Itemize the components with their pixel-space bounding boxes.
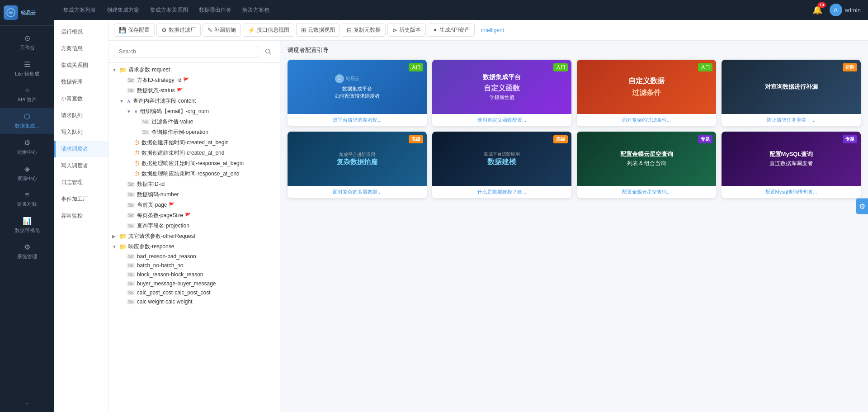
guide-card-6[interactable]: 高级 集成平台进阶应用 数据建模 什么是数据建模？建...: [432, 132, 571, 198]
sidebar-item-workbench[interactable]: ⊙ 工作台: [0, 29, 54, 56]
second-nav-data-mgmt[interactable]: 数据管理: [54, 74, 108, 90]
flag-icon: 🚩: [185, 213, 191, 218]
sidebar-item-resource[interactable]: ◈ 资源中心: [0, 160, 54, 186]
tree-node-org-num[interactable]: ▼ ∧ 组织编码【email】-org_num: [108, 106, 280, 117]
guide-card-3[interactable]: 入门 自定义数据 过滤条件 面对复杂的过滤条件...: [577, 60, 716, 126]
tree-node-projection[interactable]: Str 查询字段名-projection: [108, 221, 280, 231]
tree-node-data-number[interactable]: Str 数据编码-number: [108, 189, 280, 200]
tree-node-response-end[interactable]: ⏱ 数据处理响应结束时间-response_at_end: [108, 169, 280, 179]
sidebar-item-api[interactable]: ○ API 资产: [0, 82, 54, 108]
second-nav-error-monitor[interactable]: 异常监控: [54, 208, 108, 224]
tree-node-response[interactable]: ▼ 📁 响应参数-response: [108, 242, 280, 252]
top-nav-export-task[interactable]: 数据导出任务: [193, 6, 237, 14]
guide-card-image-1: 入门 云 轻易云 数据集成平台 如何配置请求调度者: [288, 60, 427, 114]
search-input[interactable]: [114, 46, 258, 57]
folder-icon: 📁: [119, 233, 127, 240]
second-nav-log-mgmt[interactable]: 日志管理: [54, 174, 108, 191]
tree-node-batch-no[interactable]: Str batch_no-batch_no: [108, 261, 280, 270]
gen-api-button[interactable]: ✦ 生成API资产: [428, 24, 475, 37]
tree-node-page-size[interactable]: Str 每页条数-pageSize 🚩: [108, 210, 280, 221]
tree-node-calc-post-cost[interactable]: Str calc_post_cost-calc_post_cost: [108, 288, 280, 297]
second-nav-small-query[interactable]: 小青查数: [54, 90, 108, 107]
sidebar-item-ops[interactable]: ⚙ 运维中心: [0, 134, 54, 160]
second-nav-write-queue[interactable]: 写入队列: [54, 124, 108, 141]
sidebar-nav: ⊙ 工作台 ☰ Lite 轻集成 ○ API 资产 ⬡ 数据集成... ⚙ 运维…: [0, 26, 54, 396]
data-factory-button[interactable]: ⚙ 数据过滤厂: [156, 24, 201, 37]
tree-node-strategy-id[interactable]: Str 方案ID-strategy_id 🚩: [108, 75, 280, 85]
logo-icon: [4, 5, 18, 20]
guide-card-image-7: 专题 配置金蝶云星空查询 列表 & 组合当询: [577, 132, 716, 186]
history-button[interactable]: ⊳ 历史版本: [387, 24, 426, 37]
tree-node-operation[interactable]: Str 查询操作示例-operation: [108, 127, 280, 137]
content-area: ▼ 📁 请求参数-request Str 方案ID-strategy_id 🚩: [108, 41, 868, 412]
second-nav-req-queue[interactable]: 请求队列: [54, 107, 108, 124]
sidebar-bottom-toggle[interactable]: ≡: [0, 396, 54, 412]
tree-node-label: 组织编码【email】-org_num: [140, 108, 209, 115]
guide-card-8[interactable]: 专题 配置MySQL查询 直连数据库调度者 配置Mysql查询语句直...: [722, 132, 861, 198]
save-config-button[interactable]: 💾 保存配置: [114, 24, 155, 37]
resource-icon: ◈: [24, 165, 30, 173]
flag-icon: 🚩: [177, 88, 183, 94]
tree-node-other-params[interactable]: ▶ 📁 其它请求参数-otherRequest: [108, 231, 280, 242]
tree-node-created-begin[interactable]: ⏱ 数据创建开始时间-created_at_begin: [108, 137, 280, 148]
second-nav-req-moderator[interactable]: 请求调度者: [54, 141, 108, 157]
second-nav-write-moderator[interactable]: 写入调度者: [54, 157, 108, 174]
tree-node-block-reason[interactable]: Str block_reason-block_reason: [108, 270, 280, 279]
meta-view-button[interactable]: ⊞ 元数据视图: [296, 24, 340, 37]
guide-panel: 调度者配置引导 入门 云 轻易云 数: [280, 41, 868, 412]
tree-node-req-params[interactable]: ▼ 📁 请求参数-request: [108, 65, 280, 75]
tree-node-current-page[interactable]: Str 当前页-page 🚩: [108, 200, 280, 210]
search-button[interactable]: [262, 45, 274, 58]
second-nav-event-factory[interactable]: 事件加工厂: [54, 191, 108, 208]
tree-node-label: 每页条数-pageSize: [137, 212, 183, 219]
interface-view-button[interactable]: ⚡ 接口信息视图: [243, 24, 294, 37]
tree-node-data-id[interactable]: Str 数据主ID-id: [108, 179, 280, 189]
admin-info[interactable]: A admin: [830, 4, 861, 16]
time-icon: ⏱: [134, 160, 140, 167]
folder-icon: 📁: [119, 243, 127, 250]
arrow-icon: ▼: [127, 109, 132, 114]
tree-node-filter-value[interactable]: Nb 过滤条件值-value: [108, 117, 280, 127]
guide-card-5[interactable]: 高级 集成平台进阶应用 复杂数据拍扁 面对复杂的多层数据...: [288, 132, 427, 198]
sidebar-item-system[interactable]: ⚙ 系统管理: [0, 238, 54, 265]
guide-card-footer-6: 什么是数据建模？建...: [432, 186, 571, 198]
tree-node-created-end[interactable]: ⏱ 数据创建结束时间-created_at_end: [108, 148, 280, 158]
tree-node-response-begin[interactable]: ⏱ 数据处理响应开始时间-response_at_begin: [108, 158, 280, 169]
supplement-button[interactable]: ✎ 补漏措施: [203, 24, 241, 37]
second-nav-relation[interactable]: 集成关系图: [54, 57, 108, 74]
tree-node-query-content[interactable]: ▼ ∧ 查询内容过滤字段-content: [108, 96, 280, 106]
top-nav-plan-relation[interactable]: 集成方案关系图: [145, 6, 193, 14]
finance-icon: ≡: [25, 191, 29, 199]
second-nav-run[interactable]: 运行概况: [54, 24, 108, 40]
sidebar-item-visual[interactable]: 📊 数据可视化: [0, 212, 54, 238]
tree-node-buyer-message[interactable]: Str buyer_message-buyer_message: [108, 279, 280, 288]
tree-search-bar: [108, 41, 280, 63]
factory-icon: ⚙: [161, 27, 167, 33]
guide-card-1[interactable]: 入门 云 轻易云 数据集成平台 如何配置请求调度者: [288, 60, 427, 126]
sidebar-item-lite[interactable]: ☰ Lite 轻集成: [0, 56, 54, 82]
left-sidebar: 轻易云 ⊙ 工作台 ☰ Lite 轻集成 ○ API 资产 ⬡ 数据集成... …: [0, 0, 54, 412]
guide-card-7[interactable]: 专题 配置金蝶云星空查询 列表 & 组合当询 配置金蝶云星空查询...: [577, 132, 716, 198]
intelligent-button[interactable]: intelligent: [476, 25, 509, 36]
top-nav-plan-list[interactable]: 集成方案列表: [58, 6, 101, 14]
tree-node-label: 当前页-page: [137, 201, 167, 209]
guide-card-4[interactable]: 进阶 对查询数据进行补漏 防止请求任务异常，...: [722, 60, 861, 126]
data-icon: ⬡: [24, 112, 30, 121]
guide-card-2[interactable]: 入门 数据集成平台 自定义函数 学段属性值 使用自定义函数配置...: [432, 60, 571, 126]
tree-node-label: 响应参数-response: [128, 243, 174, 251]
tree-node-bad-reason[interactable]: Str bad_reason-bad_reason: [108, 252, 280, 261]
second-nav-plan-info[interactable]: 方案信息: [54, 40, 108, 57]
tree-node-label: 数据状态-status: [137, 87, 175, 95]
copy-meta-button[interactable]: ⊟ 复制元数据: [342, 24, 386, 37]
top-nav-solution[interactable]: 解决方案包: [237, 6, 275, 14]
tree-node-data-status[interactable]: Str 数据状态-status 🚩: [108, 85, 280, 96]
arrow-icon: ▼: [119, 99, 125, 104]
sidebar-item-finance[interactable]: ≡ 财务对账: [0, 186, 54, 212]
notification-bell[interactable]: 🔔 10: [812, 5, 822, 15]
system-icon: ⚙: [24, 243, 30, 251]
guide-card-footer-1: 漂平台请求调度者配...: [288, 114, 427, 126]
tree-node-calc-weight[interactable]: Str calc weight-calc weight: [108, 297, 280, 306]
top-nav-create-plan[interactable]: 创建集成方案: [101, 6, 145, 14]
sidebar-item-data[interactable]: ⬡ 数据集成...: [0, 108, 54, 134]
settings-float-button[interactable]: ⚙: [856, 198, 868, 214]
